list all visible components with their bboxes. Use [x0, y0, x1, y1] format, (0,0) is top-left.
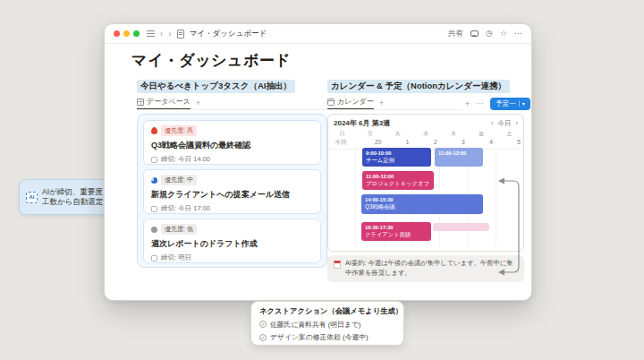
more-options-icon[interactable]: ⋯ [514, 30, 522, 38]
ai-annotation-text: AIが締切、重要度、 工数から自動選定 [42, 187, 110, 208]
add-event-button[interactable]: + [465, 99, 470, 108]
ai-summary-text: AI要約: 今週は午後の会議が集中しています。午前中に集中作業を推奨します。 [345, 259, 518, 279]
breadcrumb-title[interactable]: マイ・ダッシュボード [190, 29, 267, 39]
sidebar-toggle-icon[interactable] [147, 30, 155, 37]
event-project-kickoff[interactable]: 11:00-12:00 プロジェクトキックオフ [362, 171, 434, 190]
share-button[interactable]: 共有 [448, 29, 463, 39]
gray-dot-icon [151, 227, 157, 233]
next-action-item[interactable]: ✓ 佐藤氏に資料共有 (明日まで) [259, 320, 395, 330]
task-title: 週次レポートのドラフト作成 [151, 238, 313, 250]
new-event-button[interactable]: 予定一 ▾ [490, 98, 530, 110]
task-deadline: 締切: 今日 14:00 [161, 155, 210, 164]
check-circle-icon[interactable]: ✓ [259, 321, 267, 328]
task-list-container: 優先度: 高 Q3戦略会議資料の最終確認 締切: 今日 14:00 優先度: 中… [137, 114, 327, 268]
fire-icon [151, 127, 157, 134]
forward-button[interactable]: › [168, 30, 171, 39]
ai-chip-icon: AI [26, 192, 38, 203]
calendar-icon [327, 99, 335, 106]
task-title: 新規クライアントへの提案メール送信 [151, 189, 313, 201]
calendar-prev-button[interactable]: ‹ [491, 119, 494, 127]
task-title: Q3戦略会議資料の最終確認 [151, 140, 313, 151]
event-client-meeting[interactable]: 16:30-17:30 クライアント面談 [361, 222, 431, 241]
minimize-window-button[interactable] [123, 30, 130, 37]
notion-window: ‹ › マイ・ダッシュボード 共有 ◷ ☆ ⋯ マイ・ダッシュボード 今日やるべ… [104, 23, 532, 301]
task-deadline: 締切: 今日 17:00 [161, 204, 210, 213]
priority-badge-mid: 優先度: 中 [161, 175, 197, 185]
calendar-today-button[interactable]: 今日 [498, 119, 512, 128]
task-card-1[interactable]: 優先度: 高 Q3戦略会議資料の最終確認 締切: 今日 14:00 [143, 120, 321, 165]
calendar-summary-connector-arrow [495, 173, 523, 280]
tasks-view-tabs: データベース + [137, 97, 327, 110]
titlebar: ‹ › マイ・ダッシュボード 共有 ◷ ☆ ⋯ [105, 24, 531, 44]
tab-database[interactable]: データベース [137, 97, 191, 109]
favorite-star-icon[interactable]: ☆ [500, 30, 507, 38]
memo-icon [334, 261, 341, 269]
comments-icon[interactable] [470, 30, 479, 37]
database-icon [137, 99, 144, 106]
event-team-meeting[interactable]: 9:00-10:00 チーム定例 [362, 148, 431, 167]
page-icon [177, 30, 184, 39]
priority-badge-high: 優先度: 高 [161, 125, 197, 136]
task-card-2[interactable]: 優先度: 中 新規クライアントへの提案メール送信 締切: 今日 17:00 [143, 169, 321, 214]
calendar-more-icon[interactable]: ⋯ [476, 99, 484, 107]
priority-badge-low: 優先度: 低 [161, 224, 197, 235]
calendar-week-label: 2024年 6月 第3週 [334, 118, 390, 128]
next-actions-card: ネクストアクション（会議メモより生成） ✓ 佐藤氏に資料共有 (明日まで) ✓ … [250, 301, 404, 346]
event-block[interactable]: 11:00-12:00 [435, 148, 483, 167]
back-button[interactable]: ‹ [160, 30, 163, 39]
zoom-window-button[interactable] [133, 30, 140, 37]
calendar-toolbar: + ⋯ 予定一 ▾ [465, 97, 530, 110]
event-overflow-bar [433, 223, 489, 231]
pie-chart-icon [151, 177, 157, 184]
close-window-button[interactable] [114, 30, 120, 37]
next-actions-title: ネクストアクション（会議メモより生成） [259, 306, 395, 316]
task-deadline: 締切: 明日 [161, 253, 191, 262]
history-icon[interactable]: ◷ [486, 30, 493, 38]
page-title: マイ・ダッシュボード [131, 50, 291, 71]
task-checkbox[interactable] [151, 206, 157, 212]
check-circle-icon[interactable]: ✓ [259, 334, 267, 341]
calendar-next-button[interactable]: › [516, 119, 519, 127]
next-action-item[interactable]: ✓ デザイン案の修正依頼 (今週中) [259, 332, 395, 342]
tasks-section-header: 今日やるべきトップ3タスク（AI抽出） [137, 80, 295, 93]
calendar-section-header: カレンダー & 予定（Notionカレンダー連携） [327, 80, 510, 93]
weekday-row: 日月 火水 木金 土 [328, 130, 523, 138]
desktop: AI AIが締切、重要度、 工数から自動選定 ‹ › マイ・ダッシュボード 共有 [0, 0, 644, 360]
add-view-button[interactable]: + [196, 99, 200, 107]
task-card-3[interactable]: 優先度: 低 週次レポートのドラフト作成 締切: 明日 [143, 219, 321, 263]
event-q3-strategy[interactable]: 14:00-15:30 Q3戦略会議 [361, 194, 483, 214]
window-controls[interactable] [114, 30, 140, 37]
tab-calendar[interactable]: カレンダー [327, 97, 374, 109]
chevron-down-icon: ▾ [519, 100, 525, 107]
task-checkbox[interactable] [151, 255, 157, 261]
add-view-button[interactable]: + [379, 99, 384, 107]
calendar-view-tabs: カレンダー + [327, 97, 462, 110]
task-checkbox[interactable] [151, 157, 157, 163]
